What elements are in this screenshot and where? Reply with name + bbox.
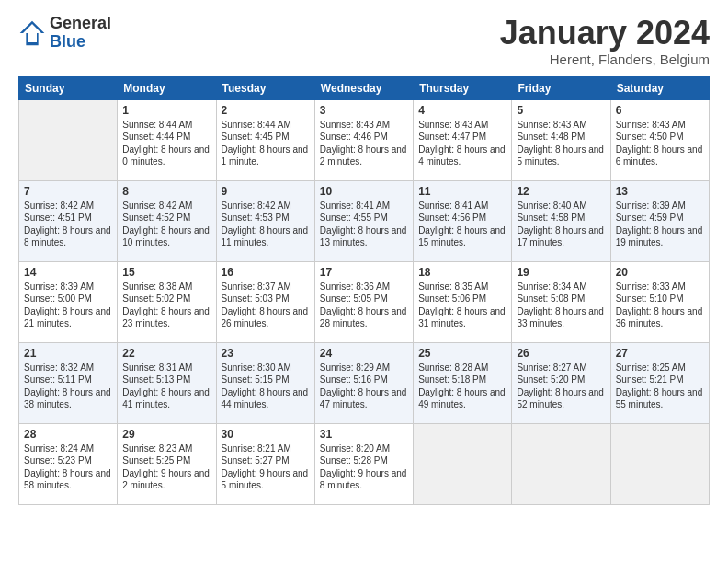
day-detail: Sunrise: 8:42 AMSunset: 4:51 PMDaylight:… xyxy=(24,201,111,248)
day-detail: Sunrise: 8:44 AMSunset: 4:44 PMDaylight:… xyxy=(122,120,210,167)
calendar-cell: 9Sunrise: 8:42 AMSunset: 4:53 PMDaylight… xyxy=(216,180,314,261)
calendar-cell xyxy=(610,423,709,504)
day-number: 25 xyxy=(418,347,506,360)
calendar-cell: 1Sunrise: 8:44 AMSunset: 4:44 PMDaylight… xyxy=(118,99,216,180)
day-detail: Sunrise: 8:23 AMSunset: 5:25 PMDaylight:… xyxy=(122,443,210,491)
header-saturday: Saturday xyxy=(610,76,709,99)
page: General Blue January 2024 Herent, Flande… xyxy=(0,0,728,563)
day-number: 14 xyxy=(24,266,112,279)
calendar-cell: 29Sunrise: 8:23 AMSunset: 5:25 PMDayligh… xyxy=(118,423,216,504)
logo: General Blue xyxy=(18,15,111,52)
day-detail: Sunrise: 8:28 AMSunset: 5:18 PMDaylight:… xyxy=(418,362,506,410)
week-row-2: 7Sunrise: 8:42 AMSunset: 4:51 PMDaylight… xyxy=(19,180,710,261)
weekday-header-row: Sunday Monday Tuesday Wednesday Thursday… xyxy=(19,76,710,99)
calendar-cell: 3Sunrise: 8:43 AMSunset: 4:46 PMDaylight… xyxy=(314,99,413,180)
day-detail: Sunrise: 8:31 AMSunset: 5:13 PMDaylight:… xyxy=(122,362,210,410)
week-row-5: 28Sunrise: 8:24 AMSunset: 5:23 PMDayligh… xyxy=(19,423,710,504)
calendar-cell xyxy=(19,99,118,180)
calendar-cell: 24Sunrise: 8:29 AMSunset: 5:16 PMDayligh… xyxy=(314,342,413,423)
day-detail: Sunrise: 8:40 AMSunset: 4:58 PMDaylight:… xyxy=(517,201,604,248)
day-number: 13 xyxy=(616,185,704,198)
calendar-cell: 27Sunrise: 8:25 AMSunset: 5:21 PMDayligh… xyxy=(610,342,709,423)
day-detail: Sunrise: 8:36 AMSunset: 5:05 PMDaylight:… xyxy=(320,282,407,329)
day-number: 11 xyxy=(418,185,506,198)
calendar-cell: 18Sunrise: 8:35 AMSunset: 5:06 PMDayligh… xyxy=(414,261,512,342)
day-number: 7 xyxy=(24,185,112,198)
header-sunday: Sunday xyxy=(19,76,118,99)
location-subtitle: Herent, Flanders, Belgium xyxy=(500,52,710,67)
day-detail: Sunrise: 8:27 AMSunset: 5:20 PMDaylight:… xyxy=(517,362,604,410)
calendar-cell: 12Sunrise: 8:40 AMSunset: 4:58 PMDayligh… xyxy=(512,180,610,261)
day-detail: Sunrise: 8:43 AMSunset: 4:46 PMDaylight:… xyxy=(320,120,407,167)
day-number: 8 xyxy=(122,185,210,198)
header-wednesday: Wednesday xyxy=(314,76,413,99)
logo-general-text: General xyxy=(50,15,111,33)
day-number: 22 xyxy=(122,347,210,360)
day-number: 10 xyxy=(320,185,408,198)
day-detail: Sunrise: 8:43 AMSunset: 4:47 PMDaylight:… xyxy=(418,120,506,167)
calendar-cell: 13Sunrise: 8:39 AMSunset: 4:59 PMDayligh… xyxy=(610,180,709,261)
week-row-1: 1Sunrise: 8:44 AMSunset: 4:44 PMDaylight… xyxy=(19,99,710,180)
calendar-cell: 5Sunrise: 8:43 AMSunset: 4:48 PMDaylight… xyxy=(512,99,610,180)
day-detail: Sunrise: 8:37 AMSunset: 5:03 PMDaylight:… xyxy=(222,282,309,329)
day-detail: Sunrise: 8:29 AMSunset: 5:16 PMDaylight:… xyxy=(320,362,407,410)
day-number: 17 xyxy=(320,266,408,279)
logo-text: General Blue xyxy=(50,15,111,52)
day-detail: Sunrise: 8:35 AMSunset: 5:06 PMDaylight:… xyxy=(418,282,506,329)
calendar-cell: 21Sunrise: 8:32 AMSunset: 5:11 PMDayligh… xyxy=(19,342,118,423)
calendar-cell: 30Sunrise: 8:21 AMSunset: 5:27 PMDayligh… xyxy=(216,423,314,504)
day-detail: Sunrise: 8:20 AMSunset: 5:28 PMDaylight:… xyxy=(320,443,407,491)
calendar-cell: 6Sunrise: 8:43 AMSunset: 4:50 PMDaylight… xyxy=(610,99,709,180)
day-detail: Sunrise: 8:42 AMSunset: 4:53 PMDaylight:… xyxy=(222,201,309,248)
day-number: 6 xyxy=(616,104,704,117)
calendar-cell: 25Sunrise: 8:28 AMSunset: 5:18 PMDayligh… xyxy=(414,342,512,423)
calendar-cell xyxy=(414,423,512,504)
header: General Blue January 2024 Herent, Flande… xyxy=(18,15,710,67)
header-friday: Friday xyxy=(512,76,610,99)
day-number: 20 xyxy=(616,266,704,279)
calendar-cell: 17Sunrise: 8:36 AMSunset: 5:05 PMDayligh… xyxy=(314,261,413,342)
day-number: 9 xyxy=(222,185,310,198)
day-detail: Sunrise: 8:39 AMSunset: 4:59 PMDaylight:… xyxy=(616,201,703,248)
calendar-cell: 10Sunrise: 8:41 AMSunset: 4:55 PMDayligh… xyxy=(314,180,413,261)
day-detail: Sunrise: 8:32 AMSunset: 5:11 PMDaylight:… xyxy=(24,362,111,410)
day-detail: Sunrise: 8:41 AMSunset: 4:55 PMDaylight:… xyxy=(320,201,407,248)
calendar-cell: 31Sunrise: 8:20 AMSunset: 5:28 PMDayligh… xyxy=(314,423,413,504)
day-number: 28 xyxy=(24,428,112,441)
calendar-cell: 15Sunrise: 8:38 AMSunset: 5:02 PMDayligh… xyxy=(118,261,216,342)
calendar-cell xyxy=(512,423,610,504)
calendar-cell: 14Sunrise: 8:39 AMSunset: 5:00 PMDayligh… xyxy=(19,261,118,342)
day-detail: Sunrise: 8:34 AMSunset: 5:08 PMDaylight:… xyxy=(517,282,604,329)
day-number: 27 xyxy=(616,347,704,360)
day-number: 26 xyxy=(517,347,605,360)
day-number: 16 xyxy=(222,266,310,279)
logo-icon xyxy=(18,19,46,47)
month-title: January 2024 xyxy=(500,15,710,52)
day-number: 23 xyxy=(222,347,310,360)
day-detail: Sunrise: 8:25 AMSunset: 5:21 PMDaylight:… xyxy=(616,362,703,410)
day-number: 12 xyxy=(517,185,605,198)
calendar-table: Sunday Monday Tuesday Wednesday Thursday… xyxy=(18,76,710,505)
day-number: 29 xyxy=(122,428,210,441)
header-monday: Monday xyxy=(118,76,216,99)
calendar-cell: 26Sunrise: 8:27 AMSunset: 5:20 PMDayligh… xyxy=(512,342,610,423)
day-detail: Sunrise: 8:38 AMSunset: 5:02 PMDaylight:… xyxy=(122,282,210,329)
day-number: 2 xyxy=(222,104,310,117)
day-detail: Sunrise: 8:30 AMSunset: 5:15 PMDaylight:… xyxy=(222,362,309,410)
day-number: 5 xyxy=(517,104,605,117)
day-detail: Sunrise: 8:33 AMSunset: 5:10 PMDaylight:… xyxy=(616,282,703,329)
header-thursday: Thursday xyxy=(414,76,512,99)
day-number: 21 xyxy=(24,347,112,360)
calendar-cell: 4Sunrise: 8:43 AMSunset: 4:47 PMDaylight… xyxy=(414,99,512,180)
day-number: 24 xyxy=(320,347,408,360)
calendar-cell: 28Sunrise: 8:24 AMSunset: 5:23 PMDayligh… xyxy=(19,423,118,504)
day-number: 3 xyxy=(320,104,408,117)
calendar-cell: 7Sunrise: 8:42 AMSunset: 4:51 PMDaylight… xyxy=(19,180,118,261)
day-detail: Sunrise: 8:43 AMSunset: 4:50 PMDaylight:… xyxy=(616,120,703,167)
week-row-4: 21Sunrise: 8:32 AMSunset: 5:11 PMDayligh… xyxy=(19,342,710,423)
day-detail: Sunrise: 8:41 AMSunset: 4:56 PMDaylight:… xyxy=(418,201,506,248)
day-number: 31 xyxy=(320,428,408,441)
week-row-3: 14Sunrise: 8:39 AMSunset: 5:00 PMDayligh… xyxy=(19,261,710,342)
svg-marker-1 xyxy=(23,24,41,42)
day-detail: Sunrise: 8:24 AMSunset: 5:23 PMDaylight:… xyxy=(24,443,111,491)
